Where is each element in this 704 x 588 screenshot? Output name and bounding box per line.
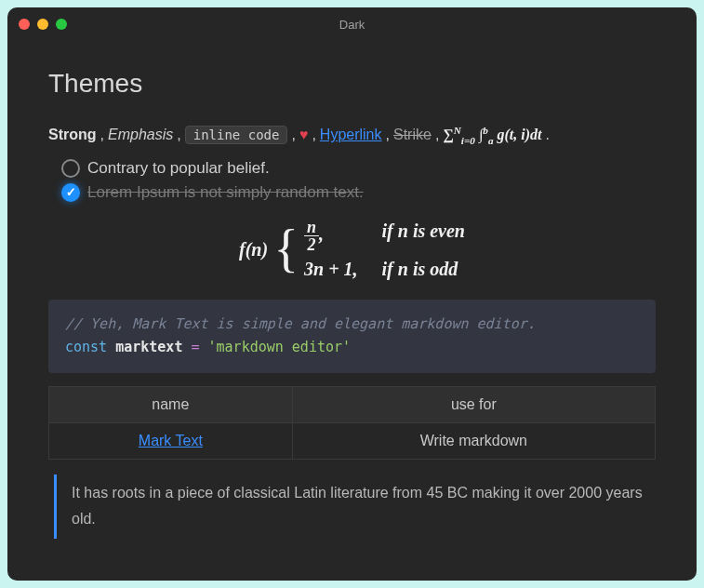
separator: , bbox=[312, 127, 315, 143]
table-row: Mark Text Write markdown bbox=[49, 422, 656, 459]
minimize-icon[interactable] bbox=[37, 19, 48, 30]
code-block: // Yeh, Mark Text is simple and elegant … bbox=[48, 300, 656, 373]
code-string: 'markdown editor' bbox=[208, 339, 352, 355]
task-list: Contrary to popular belief. Lorem Ipsum … bbox=[61, 159, 656, 202]
separator: , bbox=[386, 127, 390, 143]
task-text: Lorem Ipsum is not simply random text. bbox=[87, 183, 364, 202]
window-title: Dark bbox=[7, 18, 697, 32]
titlebar: Dark bbox=[7, 7, 697, 41]
app-window: Dark Themes Strong , Emphasis, inline co… bbox=[7, 7, 697, 581]
table-cell: Write markdown bbox=[292, 422, 655, 459]
task-item: Lorem Ipsum is not simply random text. bbox=[61, 183, 656, 202]
table-cell-link[interactable]: Mark Text bbox=[139, 433, 203, 448]
inline-math-sample: ∑Ni=0 ∫ba g(t, i)dt bbox=[443, 125, 541, 146]
close-icon[interactable] bbox=[19, 19, 30, 30]
hyperlink-sample[interactable]: Hyperlink bbox=[320, 127, 382, 143]
brace-icon: { bbox=[273, 231, 299, 267]
strike-sample: Strike bbox=[393, 127, 432, 143]
separator: . bbox=[545, 127, 549, 143]
traffic-lights bbox=[19, 19, 67, 30]
math-case-value: n 2 , bbox=[304, 219, 358, 253]
table-header: name bbox=[49, 386, 293, 422]
task-text: Contrary to popular belief. bbox=[87, 159, 270, 178]
checkbox-unchecked-icon[interactable] bbox=[61, 159, 80, 178]
separator: , bbox=[291, 127, 295, 143]
emphasis-sample: Emphasis bbox=[108, 127, 173, 143]
maximize-icon[interactable] bbox=[56, 19, 67, 30]
separator: , bbox=[100, 127, 104, 143]
inline-code-sample: inline code bbox=[185, 126, 288, 144]
editor-content[interactable]: Themes Strong , Emphasis, inline code , … bbox=[7, 41, 697, 581]
sample-table: name use for Mark Text Write markdown bbox=[48, 386, 656, 460]
separator: , bbox=[435, 127, 439, 143]
math-lhs: f(n) bbox=[239, 237, 268, 261]
separator: , bbox=[177, 127, 180, 143]
table-header-row: name use for bbox=[49, 386, 656, 422]
page-heading: Themes bbox=[48, 69, 656, 99]
code-variable: marktext bbox=[115, 339, 182, 355]
code-comment: // Yeh, Mark Text is simple and elegant … bbox=[65, 315, 536, 332]
math-case-value: 3n + 1, bbox=[304, 257, 358, 281]
strong-sample: Strong bbox=[48, 127, 97, 143]
blockquote: It has roots in a piece of classical Lat… bbox=[54, 474, 656, 540]
task-item: Contrary to popular belief. bbox=[61, 159, 656, 178]
code-keyword: const bbox=[65, 339, 107, 355]
checkbox-checked-icon[interactable] bbox=[61, 183, 80, 202]
math-case-cond: if n is even bbox=[382, 219, 465, 253]
formatting-sample-line: Strong , Emphasis, inline code , ♥, Hype… bbox=[48, 125, 656, 146]
table-header: use for bbox=[292, 386, 655, 422]
code-operator: = bbox=[191, 339, 199, 355]
math-case-cond: if n is odd bbox=[382, 257, 465, 281]
math-block: f(n) { n 2 , if n is even 3n + 1, if n i… bbox=[48, 219, 656, 281]
heart-icon: ♥ bbox=[299, 127, 309, 143]
